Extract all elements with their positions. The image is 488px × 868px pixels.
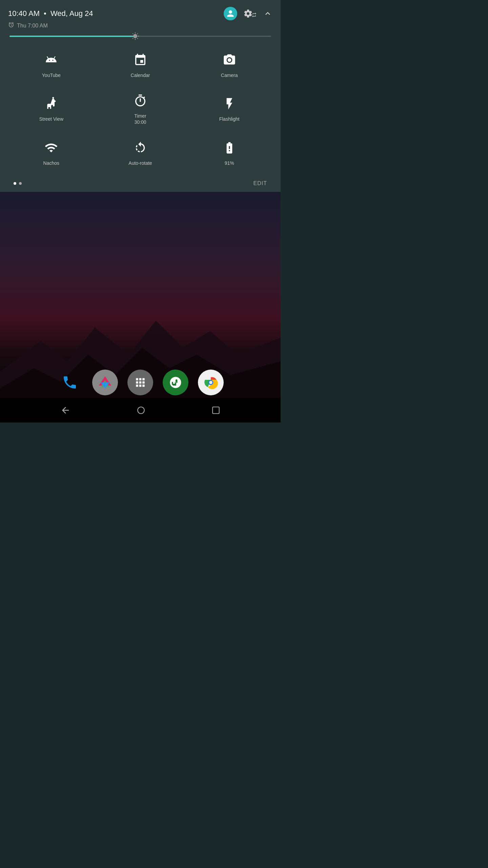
dot-2 xyxy=(19,182,22,185)
tile-autorotate[interactable]: Auto-rotate xyxy=(97,134,184,172)
page-dots xyxy=(11,182,22,185)
panel-footer: EDIT xyxy=(8,178,272,192)
tile-timer-label: Timer 30:00 xyxy=(134,113,146,125)
tile-calendar[interactable]: Calendar xyxy=(97,46,184,84)
brightness-thumb xyxy=(130,32,140,41)
timer-icon xyxy=(134,94,147,110)
tile-calendar-label: Calendar xyxy=(131,72,150,78)
tile-streetview[interactable]: Street View xyxy=(8,87,95,131)
tile-youtube[interactable]: YouTube xyxy=(8,46,95,84)
edit-button[interactable]: EDIT xyxy=(253,180,270,186)
dock-apps[interactable] xyxy=(127,370,153,395)
account-icon-button[interactable] xyxy=(224,7,237,20)
dot-1 xyxy=(14,182,16,185)
quick-settings-panel: 10:40 AM • Wed, Aug 24 xyxy=(0,0,281,192)
header-row: 10:40 AM • Wed, Aug 24 xyxy=(8,7,272,20)
nav-home-button[interactable] xyxy=(137,406,145,415)
wifi-icon xyxy=(44,141,58,157)
tile-timer-label-line2: 30:00 xyxy=(134,119,146,125)
settings-icon-button[interactable] xyxy=(243,9,257,18)
nav-recents-button[interactable] xyxy=(211,406,220,415)
dock-phone[interactable] xyxy=(57,370,83,395)
tile-timer-label-line1: Timer xyxy=(134,113,146,119)
time: 10:40 AM xyxy=(8,9,40,18)
home-screen xyxy=(0,192,281,422)
tile-youtube-label: YouTube xyxy=(42,72,61,78)
avatar xyxy=(224,7,237,20)
alarm-icon xyxy=(8,22,14,29)
tile-battery-label: 91% xyxy=(225,160,234,166)
tile-battery[interactable]: 91% xyxy=(186,134,272,172)
dock-chrome[interactable] xyxy=(198,370,224,395)
svg-point-9 xyxy=(138,407,144,414)
battery-icon xyxy=(223,141,236,157)
tile-nachos-label: Nachos xyxy=(43,160,59,166)
time-date: 10:40 AM • Wed, Aug 24 xyxy=(8,9,93,18)
tile-nachos[interactable]: Nachos xyxy=(8,134,95,172)
tile-flashlight-label: Flashlight xyxy=(219,116,240,122)
brightness-fill xyxy=(9,36,135,37)
tile-streetview-label: Street View xyxy=(39,116,63,122)
svg-rect-10 xyxy=(213,407,220,414)
calendar-icon xyxy=(134,53,147,69)
tiles-grid: YouTube Calendar Camera xyxy=(8,46,272,178)
svg-point-8 xyxy=(209,381,212,384)
flashlight-icon xyxy=(223,97,236,113)
dock-hangouts[interactable] xyxy=(163,370,188,395)
tile-camera[interactable]: Camera xyxy=(186,46,272,84)
collapse-icon-button[interactable] xyxy=(263,9,272,18)
dock xyxy=(0,370,281,395)
nav-back-button[interactable] xyxy=(60,405,70,415)
brightness-row[interactable] xyxy=(8,36,272,37)
tile-camera-label: Camera xyxy=(221,72,238,78)
tile-autorotate-label: Auto-rotate xyxy=(128,160,152,166)
separator: • xyxy=(44,9,46,18)
brightness-slider[interactable] xyxy=(9,36,271,37)
streetview-icon xyxy=(44,97,58,113)
svg-point-0 xyxy=(53,97,54,99)
dock-launcher[interactable] xyxy=(92,370,118,395)
camera-icon xyxy=(223,53,236,69)
alarm-time: Thu 7:00 AM xyxy=(17,23,48,29)
date: Wed, Aug 24 xyxy=(50,9,93,18)
alarm-row: Thu 7:00 AM xyxy=(8,22,272,29)
nav-bar xyxy=(0,398,281,422)
header-icons xyxy=(224,7,272,20)
tile-flashlight[interactable]: Flashlight xyxy=(186,87,272,131)
autorotate-icon xyxy=(134,141,147,157)
android-icon xyxy=(44,53,58,69)
tile-timer[interactable]: Timer 30:00 xyxy=(97,87,184,131)
